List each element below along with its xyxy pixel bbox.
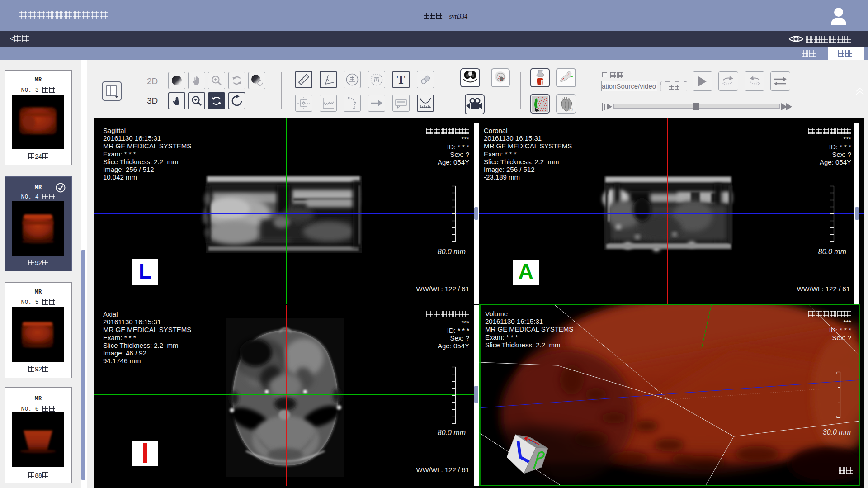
svg-text:D: D bbox=[569, 106, 573, 112]
